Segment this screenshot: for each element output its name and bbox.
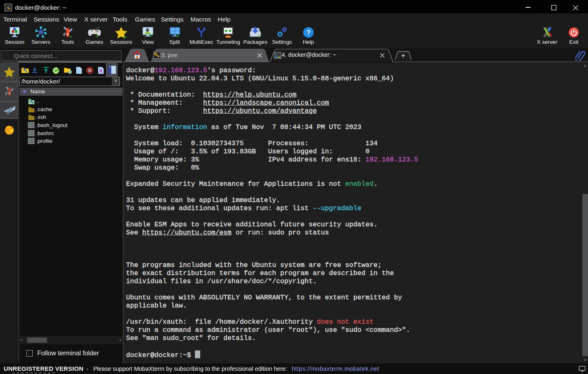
svg-text:A: A [99, 68, 103, 74]
svg-text:?: ? [306, 29, 310, 37]
svg-text:B: B [275, 53, 277, 56]
